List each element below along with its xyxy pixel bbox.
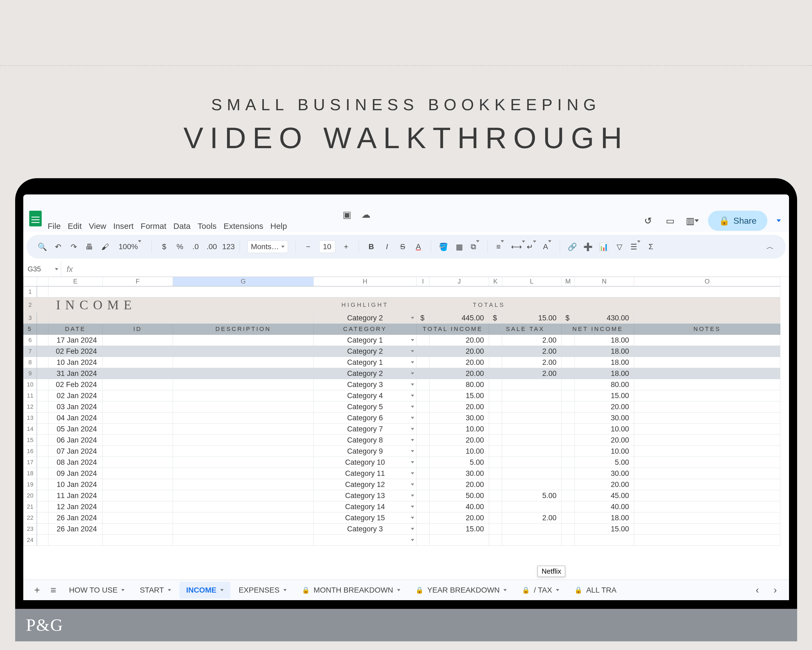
row-number[interactable]: 24 xyxy=(24,535,37,546)
cell-total-income[interactable]: 20.00 xyxy=(429,357,489,368)
cell-notes[interactable] xyxy=(634,435,780,446)
cell-net-income[interactable]: 80.00 xyxy=(574,379,634,390)
row-number[interactable]: 10 xyxy=(24,379,37,390)
cell-notes[interactable] xyxy=(634,479,780,490)
all-sheets-button[interactable]: ≡ xyxy=(46,583,61,598)
cell-net-income[interactable]: 18.00 xyxy=(574,335,634,346)
cell-id[interactable] xyxy=(102,523,173,535)
cell-date[interactable]: 10 Jan 2024 xyxy=(48,479,102,490)
font-select[interactable]: Monts… xyxy=(247,240,288,253)
row-number[interactable]: 22 xyxy=(24,512,37,523)
cell-description[interactable] xyxy=(173,424,313,435)
cell-category-dropdown[interactable]: Category 13 xyxy=(313,490,416,501)
name-box[interactable]: G35 xyxy=(23,262,61,277)
cell-category-dropdown[interactable]: Category 4 xyxy=(313,390,416,401)
cell-category-dropdown[interactable]: Category 3 xyxy=(313,523,416,535)
cell-sale-tax[interactable]: 2.00 xyxy=(502,335,562,346)
cell-description[interactable] xyxy=(173,512,313,523)
row-number[interactable]: 7 xyxy=(24,346,37,357)
cell-net-income[interactable]: 18.00 xyxy=(574,512,634,523)
cell-net-income[interactable]: 18.00 xyxy=(574,357,634,368)
cell-description[interactable] xyxy=(173,335,313,346)
tab-all-tra[interactable]: 🔒ALL TRA xyxy=(568,582,623,598)
col-header-M[interactable]: M xyxy=(562,277,574,286)
chart-icon[interactable]: 📊 xyxy=(599,242,609,251)
cell-date[interactable]: 02 Jan 2024 xyxy=(48,390,102,401)
add-sheet-button[interactable]: + xyxy=(30,583,44,598)
cell-category-dropdown[interactable]: Category 12 xyxy=(313,479,416,490)
cell-date[interactable] xyxy=(48,535,102,546)
fill-color-icon[interactable]: 🪣 xyxy=(439,242,449,251)
cell-total-income[interactable]: 20.00 xyxy=(429,435,489,446)
share-more-icon[interactable] xyxy=(777,219,781,222)
col-header-J[interactable]: J xyxy=(429,277,489,286)
cell-date[interactable]: 17 Jan 2024 xyxy=(48,335,102,346)
cell-date[interactable]: 02 Feb 2024 xyxy=(48,346,102,357)
cell-total-income[interactable]: 10.00 xyxy=(429,424,489,435)
cell-category-dropdown[interactable]: Category 6 xyxy=(313,413,416,424)
cell-description[interactable] xyxy=(173,523,313,535)
cell-description[interactable] xyxy=(173,446,313,457)
cell-net-income[interactable]: 5.00 xyxy=(574,457,634,468)
undo-icon[interactable]: ↶ xyxy=(53,242,63,251)
cell-description[interactable] xyxy=(173,357,313,368)
meet-icon[interactable]: ▥ xyxy=(686,214,699,227)
more-formats-icon[interactable]: 123 xyxy=(222,242,232,251)
cell-category-dropdown[interactable]: Category 5 xyxy=(313,401,416,413)
cell-sale-tax[interactable]: 2.00 xyxy=(502,512,562,523)
tabs-scroll-right[interactable]: › xyxy=(768,583,783,598)
cell-total-income[interactable]: 15.00 xyxy=(429,390,489,401)
collapse-toolbar-icon[interactable]: ︿ xyxy=(765,242,775,252)
cell-category-dropdown[interactable]: Category 1 xyxy=(313,357,416,368)
spreadsheet-grid[interactable]: EFGHIJKLMNO12INCOMEHIGHLIGHTTOTALS3Categ… xyxy=(23,277,789,580)
col-header-N[interactable]: N xyxy=(574,277,634,286)
row-number[interactable]: 18 xyxy=(24,468,37,479)
cell-date[interactable]: 09 Jan 2024 xyxy=(48,468,102,479)
row-number[interactable]: 8 xyxy=(24,357,37,368)
cell-net-income[interactable] xyxy=(574,535,634,546)
cell-notes[interactable] xyxy=(634,379,780,390)
cell-sale-tax[interactable]: 2.00 xyxy=(502,357,562,368)
cell-id[interactable] xyxy=(102,512,173,523)
row-number[interactable]: 14 xyxy=(24,424,37,435)
cell-id[interactable] xyxy=(102,346,173,357)
cell-date[interactable]: 11 Jan 2024 xyxy=(48,490,102,501)
cell-sale-tax[interactable] xyxy=(502,446,562,457)
cell-description[interactable] xyxy=(173,501,313,512)
cell-id[interactable] xyxy=(102,457,173,468)
row-number[interactable]: 20 xyxy=(24,490,37,501)
cell-net-income[interactable]: 18.00 xyxy=(574,368,634,379)
currency-icon[interactable]: $ xyxy=(159,242,169,251)
rotate-icon[interactable]: A xyxy=(542,242,552,251)
cell-total-income[interactable]: 20.00 xyxy=(429,335,489,346)
cell-category-dropdown[interactable]: Category 15 xyxy=(313,512,416,523)
cell-sale-tax[interactable] xyxy=(502,424,562,435)
search-icon[interactable]: 🔍 xyxy=(37,242,47,251)
cell-total-income[interactable]: 15.00 xyxy=(429,523,489,535)
cell-description[interactable] xyxy=(173,346,313,357)
cell-description[interactable] xyxy=(173,479,313,490)
percent-icon[interactable]: % xyxy=(175,242,185,251)
col-header-E[interactable]: E xyxy=(48,277,102,286)
cell-date[interactable]: 26 Jan 2024 xyxy=(48,523,102,535)
link-icon[interactable]: 🔗 xyxy=(568,242,577,251)
cell-total-income[interactable]: 30.00 xyxy=(429,468,489,479)
merge-icon[interactable]: ⧉ xyxy=(470,242,480,251)
increase-decimal-icon[interactable]: .00 xyxy=(206,242,216,251)
h-align-icon[interactable]: ≡ xyxy=(495,242,505,251)
redo-icon[interactable]: ↷ xyxy=(69,242,78,251)
filter-icon[interactable]: ▽ xyxy=(615,242,624,251)
cell-total-income[interactable]: 20.00 xyxy=(429,368,489,379)
cell-description[interactable] xyxy=(173,457,313,468)
cell-total-income[interactable]: 20.00 xyxy=(429,346,489,357)
cell-description[interactable] xyxy=(173,535,313,546)
cell-category-dropdown[interactable]: Category 1 xyxy=(313,335,416,346)
comments-icon[interactable]: ▭ xyxy=(664,214,677,227)
row-number[interactable]: 13 xyxy=(24,413,37,424)
cell-net-income[interactable]: 15.00 xyxy=(574,390,634,401)
italic-icon[interactable]: I xyxy=(382,242,392,251)
tab-income[interactable]: INCOME xyxy=(179,582,230,598)
cell-category-dropdown[interactable]: Category 2 xyxy=(313,368,416,379)
zoom-select[interactable]: 100% xyxy=(116,241,144,252)
cell-net-income[interactable]: 15.00 xyxy=(574,523,634,535)
